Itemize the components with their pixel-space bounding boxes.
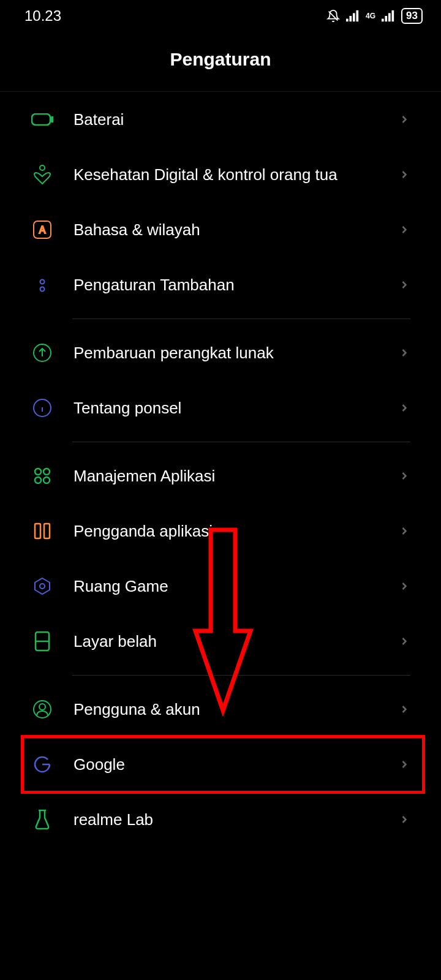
item-label: Pengganda aplikasi xyxy=(74,522,398,541)
chevron-right-icon xyxy=(398,224,410,236)
item-label: Bahasa & wilayah xyxy=(74,221,398,239)
divider xyxy=(72,442,410,442)
svg-point-32 xyxy=(39,704,45,710)
settings-item-battery[interactable]: Baterai xyxy=(0,92,441,147)
game-icon xyxy=(31,575,54,598)
item-label: Pengaturan Tambahan xyxy=(74,276,398,295)
network-4g-icon: 4G xyxy=(366,12,375,20)
chevron-right-icon xyxy=(398,813,410,826)
settings-list: Baterai Kesehatan Digital & kontrol oran… xyxy=(0,92,441,847)
chevron-right-icon xyxy=(398,470,410,482)
svg-point-15 xyxy=(40,287,45,292)
svg-rect-10 xyxy=(51,117,53,122)
update-icon xyxy=(31,341,54,364)
svg-rect-2 xyxy=(350,16,352,21)
divider xyxy=(72,675,410,676)
battery-indicator: 93 xyxy=(401,8,423,24)
page-header: Pengaturan xyxy=(0,31,441,92)
settings-item-about[interactable]: Tentang ponsel xyxy=(0,380,441,435)
status-bar: 10.23 4G 93 xyxy=(0,0,441,31)
item-label: Ruang Game xyxy=(74,577,398,596)
item-label: Pengguna & akun xyxy=(74,700,398,719)
svg-point-14 xyxy=(40,280,45,284)
chevron-right-icon xyxy=(398,580,410,592)
svg-rect-7 xyxy=(388,13,391,21)
svg-point-23 xyxy=(35,477,41,483)
apps-icon xyxy=(31,464,54,488)
settings-item-clone[interactable]: Pengganda aplikasi xyxy=(0,503,441,559)
settings-item-lab[interactable]: realme Lab xyxy=(0,792,441,847)
svg-marker-27 xyxy=(35,578,50,594)
chevron-right-icon xyxy=(398,525,410,537)
settings-item-split[interactable]: Layar belah xyxy=(0,614,441,669)
svg-rect-9 xyxy=(32,114,50,125)
settings-item-language[interactable]: A Bahasa & wilayah xyxy=(0,202,441,257)
chevron-right-icon xyxy=(398,113,410,126)
svg-point-28 xyxy=(40,584,45,589)
svg-point-11 xyxy=(40,165,45,170)
svg-point-21 xyxy=(35,469,41,475)
signal-icon-2 xyxy=(382,10,395,22)
status-time: 10.23 xyxy=(24,7,61,24)
settings-item-game[interactable]: Ruang Game xyxy=(0,559,441,614)
clone-icon xyxy=(31,519,54,543)
chevron-right-icon xyxy=(398,635,410,647)
chevron-right-icon xyxy=(398,758,410,771)
svg-text:A: A xyxy=(39,225,46,235)
settings-item-additional[interactable]: Pengaturan Tambahan xyxy=(0,257,441,312)
chevron-right-icon xyxy=(398,703,410,715)
svg-rect-26 xyxy=(44,524,50,538)
item-label: Kesehatan Digital & kontrol orang tua xyxy=(74,165,398,184)
settings-item-apps[interactable]: Manajemen Aplikasi xyxy=(0,448,441,503)
user-icon xyxy=(31,698,54,721)
lab-icon xyxy=(31,808,54,831)
heart-icon xyxy=(31,163,54,186)
chevron-right-icon xyxy=(398,168,410,181)
dots-icon xyxy=(31,273,54,296)
svg-rect-8 xyxy=(392,10,394,21)
divider xyxy=(72,318,410,319)
settings-item-digital-wellbeing[interactable]: Kesehatan Digital & kontrol orang tua xyxy=(0,147,441,202)
google-icon xyxy=(31,753,54,776)
language-icon: A xyxy=(31,218,54,241)
chevron-right-icon xyxy=(398,402,410,414)
svg-rect-5 xyxy=(382,19,384,22)
svg-rect-25 xyxy=(35,524,40,538)
chevron-right-icon xyxy=(398,279,410,291)
page-title: Pengaturan xyxy=(0,49,441,70)
item-label: Baterai xyxy=(74,110,398,129)
item-label: Tentang ponsel xyxy=(74,399,398,418)
svg-rect-3 xyxy=(353,13,355,21)
battery-icon xyxy=(31,108,54,131)
item-label: Pembaruan perangkat lunak xyxy=(74,344,398,363)
svg-rect-4 xyxy=(356,10,359,21)
svg-point-22 xyxy=(43,469,50,475)
svg-rect-6 xyxy=(385,16,388,21)
status-icons: 4G 93 xyxy=(326,8,423,24)
svg-point-24 xyxy=(43,477,50,483)
signal-icon xyxy=(346,10,360,22)
svg-rect-1 xyxy=(346,19,349,22)
item-label: Layar belah xyxy=(74,632,398,651)
settings-item-users[interactable]: Pengguna & akun xyxy=(0,682,441,737)
settings-item-google[interactable]: Google xyxy=(0,737,441,792)
item-label: realme Lab xyxy=(74,810,398,829)
split-screen-icon xyxy=(31,630,54,653)
settings-item-update[interactable]: Pembaruan perangkat lunak xyxy=(0,325,441,380)
item-label: Manajemen Aplikasi xyxy=(74,467,398,486)
item-label: Google xyxy=(74,755,398,774)
bell-off-icon xyxy=(326,9,340,23)
chevron-right-icon xyxy=(398,347,410,359)
info-icon xyxy=(31,396,54,420)
